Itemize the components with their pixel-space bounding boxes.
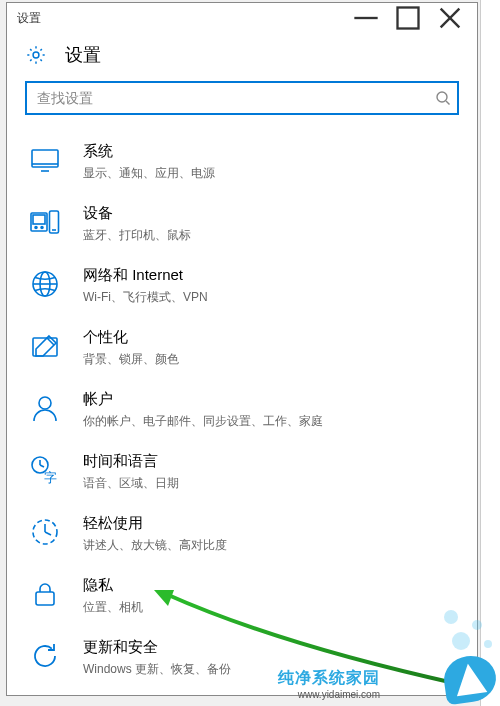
settings-item-1[interactable]: 设备蓝牙、打印机、鼠标 <box>7 193 477 255</box>
settings-item-subtitle: 讲述人、放大镜、高对比度 <box>83 537 459 554</box>
settings-item-subtitle: 显示、通知、应用、电源 <box>83 165 459 182</box>
svg-rect-1 <box>398 8 419 29</box>
svg-rect-29 <box>36 592 54 605</box>
settings-item-subtitle: 位置、相机 <box>83 599 459 616</box>
ease-access-icon <box>29 516 61 548</box>
svg-rect-11 <box>33 215 45 224</box>
maximize-button[interactable] <box>387 4 429 32</box>
settings-item-text: 设备蓝牙、打印机、鼠标 <box>83 204 459 244</box>
settings-item-subtitle: Wi-Fi、飞行模式、VPN <box>83 289 459 306</box>
svg-line-28 <box>45 532 51 535</box>
watermark-logo-icon <box>441 653 499 706</box>
search-input[interactable] <box>25 81 459 115</box>
settings-item-title: 设备 <box>83 204 459 223</box>
settings-item-8[interactable]: 更新和安全Windows 更新、恢复、备份 <box>7 627 477 689</box>
settings-window: 设置 设置 系统 <box>6 2 478 696</box>
settings-item-7[interactable]: 隐私位置、相机 <box>7 565 477 627</box>
globe-icon <box>29 268 61 300</box>
monitor-icon <box>29 144 61 176</box>
watermark-url: www.yidaimei.com <box>298 689 380 700</box>
privacy-icon <box>29 578 61 610</box>
settings-item-text: 时间和语言语音、区域、日期 <box>83 452 459 492</box>
settings-item-subtitle: 语音、区域、日期 <box>83 475 459 492</box>
settings-item-title: 帐户 <box>83 390 459 409</box>
settings-item-4[interactable]: 帐户你的帐户、电子邮件、同步设置、工作、家庭 <box>7 379 477 441</box>
settings-item-text: 网络和 InternetWi-Fi、飞行模式、VPN <box>83 266 459 306</box>
svg-line-24 <box>40 465 44 467</box>
minimize-button[interactable] <box>345 4 387 32</box>
settings-item-text: 帐户你的帐户、电子邮件、同步设置、工作、家庭 <box>83 390 459 430</box>
update-icon <box>29 640 61 672</box>
svg-point-5 <box>437 92 447 102</box>
svg-point-4 <box>33 52 39 58</box>
settings-item-title: 系统 <box>83 142 459 161</box>
settings-item-text: 系统显示、通知、应用、电源 <box>83 142 459 182</box>
search-icon <box>435 90 451 106</box>
devices-icon <box>29 206 61 238</box>
search-container <box>25 81 459 115</box>
window-title: 设置 <box>17 10 345 27</box>
side-strip <box>480 0 500 706</box>
svg-point-13 <box>41 227 43 229</box>
settings-item-title: 隐私 <box>83 576 459 595</box>
gear-icon <box>25 44 47 66</box>
settings-item-text: 个性化背景、锁屏、颜色 <box>83 328 459 368</box>
settings-item-6[interactable]: 轻松使用讲述人、放大镜、高对比度 <box>7 503 477 565</box>
settings-item-title: 网络和 Internet <box>83 266 459 285</box>
svg-text:字: 字 <box>44 470 57 485</box>
settings-list: 系统显示、通知、应用、电源设备蓝牙、打印机、鼠标网络和 InternetWi-F… <box>7 125 477 695</box>
personalize-icon <box>29 330 61 362</box>
settings-item-title: 时间和语言 <box>83 452 459 471</box>
settings-item-text: 隐私位置、相机 <box>83 576 459 616</box>
watermark-cn: 纯净系统家园 <box>278 668 380 689</box>
settings-item-title: 更新和安全 <box>83 638 459 657</box>
settings-item-text: 轻松使用讲述人、放大镜、高对比度 <box>83 514 459 554</box>
settings-item-subtitle: 你的帐户、电子邮件、同步设置、工作、家庭 <box>83 413 459 430</box>
settings-item-subtitle: 背景、锁屏、颜色 <box>83 351 459 368</box>
watermark-text: 纯净系统家园 www.yidaimei.com <box>278 668 380 700</box>
page-title: 设置 <box>65 43 101 67</box>
settings-item-subtitle: 蓝牙、打印机、鼠标 <box>83 227 459 244</box>
settings-item-title: 个性化 <box>83 328 459 347</box>
page-header: 设置 <box>7 33 477 81</box>
settings-item-text: 更新和安全Windows 更新、恢复、备份 <box>83 638 459 678</box>
settings-item-2[interactable]: 网络和 InternetWi-Fi、飞行模式、VPN <box>7 255 477 317</box>
settings-item-title: 轻松使用 <box>83 514 459 533</box>
time-lang-icon: 字 <box>29 454 61 486</box>
svg-point-21 <box>39 397 51 409</box>
window-controls <box>345 4 471 32</box>
settings-item-0[interactable]: 系统显示、通知、应用、电源 <box>7 131 477 193</box>
svg-line-6 <box>446 101 450 105</box>
settings-item-subtitle: Windows 更新、恢复、备份 <box>83 661 459 678</box>
settings-item-5[interactable]: 字时间和语言语音、区域、日期 <box>7 441 477 503</box>
titlebar: 设置 <box>7 3 477 33</box>
svg-point-12 <box>35 227 37 229</box>
close-button[interactable] <box>429 4 471 32</box>
account-icon <box>29 392 61 424</box>
settings-item-3[interactable]: 个性化背景、锁屏、颜色 <box>7 317 477 379</box>
